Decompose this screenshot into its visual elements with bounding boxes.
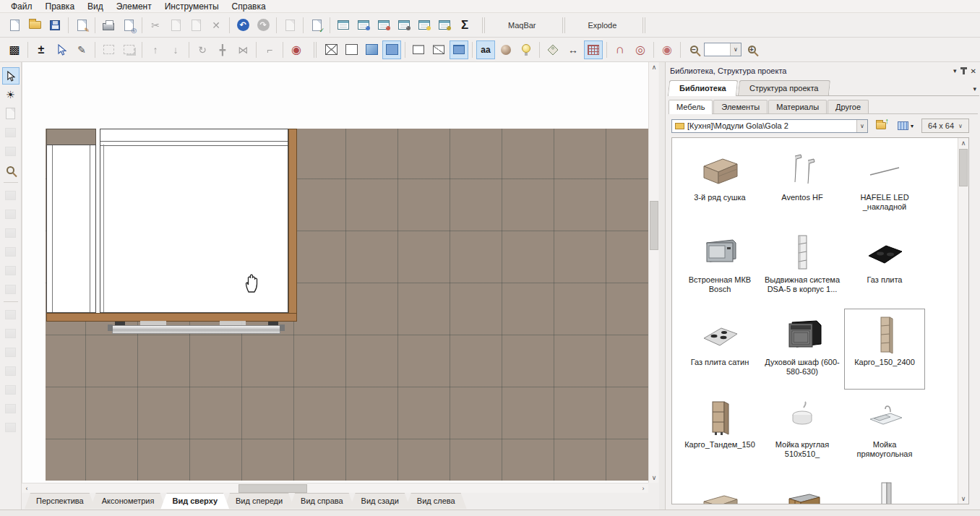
print-button[interactable] <box>99 16 118 35</box>
tab-top-view[interactable]: Вид сверху <box>160 493 229 509</box>
edit-document-button[interactable]: ✎ <box>72 16 91 35</box>
tab-back-view[interactable]: Вид сзади <box>350 493 411 509</box>
library-item[interactable]: Мойка прямоугольная <box>844 391 925 472</box>
openbox-solid-button[interactable] <box>450 40 468 59</box>
tab-left-view[interactable]: Вид слева <box>405 493 467 509</box>
library-item-selected[interactable]: Карго_150_2400 <box>844 309 925 390</box>
center-button[interactable]: ◉ <box>287 40 306 59</box>
object-snap-button[interactable]: ◎ <box>631 40 650 59</box>
view-mode-button[interactable]: ▾ <box>894 118 917 134</box>
scroll-up-button[interactable]: ∧ <box>649 62 659 72</box>
horizontal-scroll-thumb[interactable] <box>238 484 307 493</box>
menu-tools[interactable]: Инструменты <box>158 0 225 13</box>
sum-button[interactable]: Σ <box>455 16 474 35</box>
library-scroll-down[interactable]: ∨ <box>958 494 968 504</box>
select-mode-button[interactable] <box>2 67 20 85</box>
tab-axonometry[interactable]: Аксонометрия <box>90 493 166 509</box>
open-button[interactable] <box>25 16 44 35</box>
lighting-button[interactable] <box>517 40 536 59</box>
tab-materials[interactable]: Материалы <box>768 100 827 113</box>
tab-perspective[interactable]: Перспектива <box>25 493 95 509</box>
library-path-combobox[interactable]: [Кухня]\Модули Gola\Gola 2 ∨ <box>671 119 868 133</box>
library-item[interactable]: Газ плита <box>844 226 925 307</box>
tab-library[interactable]: Библиотека <box>668 80 738 96</box>
empty-toolbar-grip[interactable] <box>642 17 645 33</box>
solid-view-button[interactable] <box>382 40 401 59</box>
maqbar-toolbar-grip[interactable] <box>482 17 485 33</box>
tab-front-view[interactable]: Вид спереди <box>224 493 294 509</box>
tab-right-view[interactable]: Вид справа <box>289 493 355 509</box>
openbox-wire-button[interactable] <box>429 40 448 59</box>
dimensions-report-button[interactable] <box>395 16 413 35</box>
library-item[interactable] <box>844 473 925 504</box>
magnet-snap-button[interactable]: ∩ <box>611 40 629 59</box>
scroll-down-button[interactable]: ∨ <box>649 473 659 483</box>
library-item[interactable]: Aventos HF <box>762 144 843 225</box>
orbit-button[interactable]: ◉ <box>658 40 676 59</box>
cut-list-button[interactable] <box>374 16 393 35</box>
scroll-left-button[interactable]: ‹ <box>22 483 32 494</box>
panel-menu-button[interactable]: ▾ <box>953 67 957 74</box>
show-text-button[interactable]: aa <box>476 40 495 59</box>
library-item[interactable]: Мойка круглая 510х510_ <box>762 391 843 472</box>
projector-tool-button[interactable]: ☀ <box>2 86 20 103</box>
library-item[interactable]: Газ плита сатин <box>679 309 760 390</box>
wireframe-view-button[interactable] <box>322 40 340 59</box>
draw-tool-button[interactable]: ✎ <box>72 40 91 59</box>
panel-splitter[interactable] <box>659 62 665 509</box>
report-button[interactable] <box>334 16 353 35</box>
report-preview-button[interactable] <box>354 16 373 35</box>
checklist-button[interactable]: ✓ <box>307 16 326 35</box>
view-toolbar-grip[interactable] <box>314 42 317 58</box>
price-report-button[interactable] <box>435 16 454 35</box>
path-combo-arrow[interactable]: ∨ <box>856 120 867 132</box>
canvas-vertical-scrollbar[interactable]: ∧ ∨ <box>648 62 658 483</box>
zoom-combo-arrow[interactable]: ∨ <box>730 43 741 56</box>
tab-furniture[interactable]: Мебель <box>669 100 713 114</box>
menu-help[interactable]: Справка <box>225 0 272 13</box>
library-item[interactable]: HAFELE LED _накладной <box>844 144 925 225</box>
zoom-out-button[interactable]: − <box>684 40 703 59</box>
anchor-button[interactable]: ± <box>32 40 51 59</box>
panel-tabs-dropdown[interactable]: ▾ <box>970 85 979 95</box>
tab-other[interactable]: Другое <box>828 100 869 113</box>
zoom-in-button[interactable]: + <box>742 40 761 59</box>
print-preview-button[interactable]: ◎ <box>119 16 138 35</box>
pattern-grid-button[interactable]: ▩ <box>5 40 24 59</box>
shaded-view-button[interactable] <box>362 40 381 59</box>
library-scrollbar[interactable]: ∧ ∨ <box>958 138 968 504</box>
pin-icon[interactable] <box>963 68 965 74</box>
hidden-line-view-button[interactable] <box>342 40 361 59</box>
materials-button[interactable] <box>497 40 515 59</box>
library-scroll-thumb[interactable] <box>959 149 968 186</box>
library-item[interactable]: Карго_Тандем_150 <box>679 391 760 472</box>
panel-close-button[interactable]: ✕ <box>971 67 976 75</box>
library-item[interactable]: 3-й ряд сушка <box>679 144 760 225</box>
drawing-viewport[interactable] <box>22 62 648 483</box>
library-item[interactable]: Встроенная МКВ Bosch <box>679 226 760 307</box>
folder-up-button[interactable]: ↑ <box>872 118 890 134</box>
scroll-right-button[interactable]: › <box>638 483 648 494</box>
new-document-button[interactable] <box>5 16 24 35</box>
library-item[interactable]: Духовой шкаф (600-580-630) <box>762 309 843 390</box>
menu-element[interactable]: Элемент <box>110 0 158 13</box>
explode-toolbar-grip[interactable] <box>562 17 565 33</box>
zoom-level-combobox[interactable]: ∨ <box>704 43 742 56</box>
library-item[interactable] <box>679 473 760 504</box>
library-item[interactable] <box>762 473 843 504</box>
zoom-region-button[interactable] <box>2 161 20 179</box>
lighting-report-button[interactable] <box>415 16 434 35</box>
save-button[interactable] <box>46 16 64 35</box>
menu-view[interactable]: Вид <box>81 0 110 13</box>
grid-toggle-button[interactable] <box>584 40 603 59</box>
undo-button[interactable]: ↶ <box>233 16 252 35</box>
vertical-scroll-thumb[interactable] <box>650 201 658 250</box>
thumbnail-size-combobox[interactable]: 64 x 64 ∨ <box>921 119 969 133</box>
dimensions-button[interactable]: ↔ <box>564 40 583 59</box>
library-scroll-up[interactable]: ∧ <box>958 138 968 148</box>
menu-file[interactable]: Файл <box>4 0 39 13</box>
tab-project-structure[interactable]: Структура проекта <box>737 80 830 95</box>
tag-button[interactable] <box>543 40 562 59</box>
menu-edit[interactable]: Правка <box>39 0 82 13</box>
select-tool-button[interactable] <box>52 40 71 59</box>
